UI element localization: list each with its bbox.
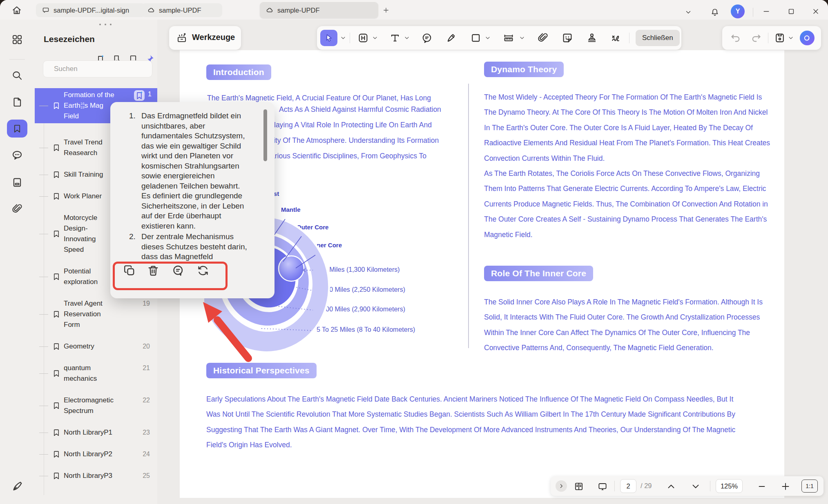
book-view-icon[interactable] [574,481,584,492]
measure-chevron-down-icon[interactable] [519,35,525,41]
section-heading-dynamo: Dynamo Theory [484,62,564,77]
bookmark-item-icon [52,170,61,179]
updf-window: sample-UPDF...igital-signsample-UPDFsamp… [0,0,828,504]
pen-tool-icon[interactable] [445,32,458,44]
bookmark-item-icon [52,101,61,110]
panel-drag-handle[interactable] [99,24,112,25]
document-text-line: Convective Patterns And, Consequently, T… [484,340,763,355]
stamp-icon[interactable] [586,32,598,44]
zoom-in-icon[interactable] [780,481,791,492]
avatar[interactable]: Y [731,4,745,18]
bookmark-item-label: North LibraryP1 [64,427,143,438]
bookmark-item-icon [52,192,61,201]
sticker-icon[interactable] [561,32,574,44]
bookmark-page-number: 20 [143,341,150,352]
actual-size-button[interactable]: 1:1 [801,480,818,493]
intro-line: Acts As A Shield Against Harmful Cosmic … [279,105,441,114]
bookmark-item-label: Travel Agent Reservation Form [64,298,143,330]
expand-button[interactable] [556,480,567,492]
save-chevron-down-icon[interactable] [788,35,794,41]
maximize-icon [787,7,795,16]
tab-3-active[interactable]: sample-UPDF [260,2,378,18]
document-text-line: Solid, It Interacts With The Fluid Outer… [484,310,763,325]
sidebar-divider [9,59,25,60]
page-total: / 29 [641,482,652,490]
highlight-chevron-down-icon[interactable] [372,35,378,41]
attach-icon[interactable] [537,32,549,44]
section-heading-introduction: Introduction [206,64,271,80]
maximize-button[interactable] [784,5,798,18]
comment-icon[interactable] [421,32,433,44]
expand-icon [558,483,565,489]
sidebar-item-bookmarks[interactable] [7,120,27,138]
home-icon[interactable] [11,4,23,16]
page-down-icon[interactable] [690,481,701,492]
shape-chevron-down-icon[interactable] [484,35,491,41]
highlight-icon[interactable] [357,32,369,44]
bookmark-item-label: Geometry [64,341,143,352]
close-window-button[interactable] [809,5,823,18]
search-input[interactable]: Suchen [43,60,152,78]
document-text-line: Suggesting That The Earth Was A Giant Ma… [206,422,735,437]
chat-icon[interactable] [11,149,23,161]
bookmark-item[interactable]: North LibraryP123 [35,427,157,438]
bookmark-item[interactable]: quantum mechanics21 [35,363,157,384]
bookmark-item[interactable]: Travel Agent Reservation Form19 [35,298,157,330]
signature-icon[interactable] [609,32,625,44]
bookmark-item[interactable]: Electromagnetic Spectrum22 [35,395,157,416]
pen-icon[interactable] [11,480,24,493]
tab-label: sample-UPDF [159,7,201,14]
zoom-out-icon[interactable] [757,481,767,492]
title-bar: sample-UPDF...igital-signsample-UPDFsamp… [0,0,828,20]
notes-icon[interactable] [11,176,23,189]
document-text-line: As The Earth Rotates, The Coriolis Force… [484,166,770,181]
document-text-line: Currents Produce Magnetic Fields. Thus, … [484,197,770,212]
redo-icon[interactable] [750,32,762,44]
text-chevron-down-icon[interactable] [404,35,410,41]
tab-1[interactable]: sample-UPDF...igital-sign [36,3,145,17]
grid-icon[interactable] [11,33,23,46]
tab-2[interactable]: sample-UPDF [141,3,222,17]
page-up-icon[interactable] [666,481,676,492]
close-icon [812,7,820,16]
attachment-icon[interactable] [11,203,23,215]
popup-scrollbar[interactable] [263,109,267,161]
ai-icon [802,33,812,43]
popup-list-item: 2.Der zentrale Mechanismus dieses Schutz… [129,232,252,264]
bookmark-item[interactable]: Geometry20 [35,341,157,352]
annotation-toolbar: Schließen [317,26,681,50]
tools-label: Werkzeuge [192,33,235,42]
notifications-bell-icon[interactable] [710,7,720,17]
presenter-icon[interactable] [597,481,608,492]
text-icon[interactable] [389,32,401,44]
bookmark-page-number: 22 [143,395,150,406]
close-tools-button[interactable]: Schließen [636,30,680,46]
new-tab-icon[interactable] [382,7,390,14]
statusbar-divider-2 [710,481,710,491]
bookmark-item[interactable]: North LibraryP325 [35,471,157,481]
zoom-level[interactable]: 125% [716,479,743,493]
tools-card[interactable]: Werkzeuge [169,26,241,50]
select-chevron-down-icon[interactable] [340,35,346,41]
document-text-line: Early Speculations About The Earth's Mag… [206,392,735,407]
bookmark-item[interactable]: North LibraryP224 [35,449,157,460]
bookmark-item-icon [52,342,61,351]
save-icon[interactable] [774,32,786,44]
ai-assistant-button[interactable] [800,31,815,45]
shape-icon[interactable] [470,32,482,44]
tabs-chevron-down-icon[interactable] [685,9,692,16]
minimize-button[interactable] [759,5,773,18]
bookmark-page-number: 25 [143,471,150,481]
tab-label: sample-UPDF...igital-sign [54,7,129,14]
cursor-icon [324,33,334,43]
intro-line: lity Of The Atmosphere. Understanding It… [272,136,439,145]
select-tool-active[interactable] [320,30,337,46]
cloud-icon [266,6,274,14]
undo-icon[interactable] [730,32,742,44]
document-text-line: The Most Widely - Accepted Theory For Th… [484,90,770,105]
search-icon[interactable] [11,69,23,82]
measure-icon[interactable] [502,32,516,44]
pages-icon[interactable] [11,96,23,108]
page-number-input[interactable]: 2 [620,479,636,493]
cloud-icon [147,6,155,14]
